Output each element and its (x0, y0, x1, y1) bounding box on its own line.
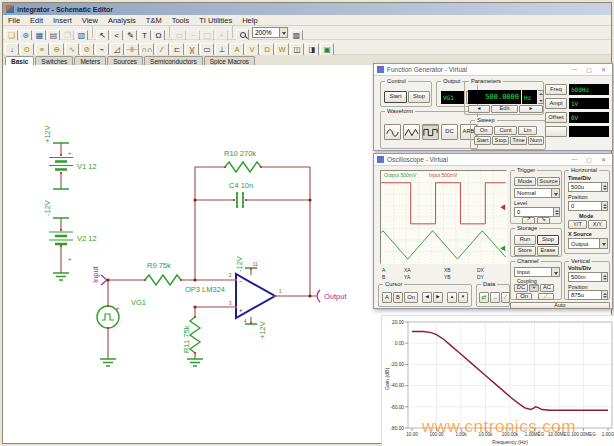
y-axis-label: Gain (dB) (384, 368, 390, 390)
tab-sources[interactable]: Sources (107, 56, 143, 65)
tab-basic[interactable]: Basic (5, 56, 34, 65)
cursor-on-button[interactable]: On (404, 292, 418, 303)
channel-select[interactable]: Input (514, 267, 560, 277)
fg-start-button[interactable]: Start (384, 91, 407, 103)
coupling-ac-button[interactable]: AC (540, 284, 554, 292)
svg-text:+: + (116, 305, 120, 311)
tab-meters[interactable]: Meters (74, 56, 106, 65)
storage-store-button[interactable]: Store (514, 246, 536, 256)
chevron-down-icon[interactable] (279, 28, 287, 37)
v-position-input[interactable]: 875u (568, 290, 608, 300)
spinner-arrows-icon[interactable] (538, 91, 543, 103)
trigger-falling-edge-button[interactable]: ↘ (537, 217, 550, 225)
trigger-level-label: Level (514, 200, 527, 206)
data-export-curves-button[interactable]: ⇄ (479, 292, 489, 303)
function-generator-body: Control Start Stop Output VG1 Waveform D… (374, 76, 612, 150)
minimize-icon[interactable]: — (571, 156, 577, 163)
sine-wave-button[interactable] (384, 124, 401, 140)
storage-run-button[interactable]: Run (514, 235, 536, 245)
fg-sweep-num-button[interactable]: Num (528, 136, 544, 145)
svg-text:1: 1 (279, 289, 282, 294)
svg-text:11: 11 (253, 262, 258, 267)
channel-value: Input (517, 269, 530, 275)
tab-semiconductors[interactable]: Semiconductors (144, 56, 203, 65)
component-symbols (49, 143, 261, 366)
data-export-plot-button[interactable]: ∕ (501, 292, 510, 303)
fg-ampl-button[interactable]: Ampl (545, 98, 567, 109)
cursor-b-button[interactable]: B (393, 292, 403, 303)
v1-label: V1 12 (77, 162, 97, 171)
fg-sweep-cont-button[interactable]: Cont (494, 126, 517, 135)
h-position-label: Position (568, 194, 588, 200)
toolbar-separator (167, 26, 170, 38)
trigger-rising-edge-button[interactable]: ↗ (522, 217, 535, 225)
fg-stop-button[interactable]: Stop (408, 91, 430, 103)
cursor-left-button[interactable]: ◀ (422, 292, 432, 303)
scope-trigger-group: Trigger Mode Source Normal Level 0 ↗ ↘ (510, 170, 562, 224)
x-axis-label: Frequency (Hz) (492, 439, 528, 445)
chevron-down-icon[interactable] (599, 239, 607, 248)
storage-stop-button[interactable]: Stop (537, 235, 559, 245)
spinner-arrows-icon[interactable] (601, 273, 607, 281)
fg-prev-digit-button[interactable]: ◂ (468, 105, 490, 113)
fg-sweep-time-button[interactable]: Time (510, 136, 527, 145)
fg-frequency-spinner[interactable] (538, 90, 544, 104)
storage-erase-button[interactable]: Erase (537, 246, 559, 256)
trigger-mode-select[interactable]: Normal (514, 188, 560, 198)
spinner-arrows-icon[interactable] (553, 208, 559, 216)
voltsdiv-input[interactable]: 500m (568, 272, 608, 282)
close-icon[interactable]: ✕ (601, 156, 606, 163)
fg-next-digit-button[interactable]: ▸ (519, 105, 543, 113)
trigger-level-input[interactable]: 0 (514, 207, 560, 217)
terminal-mark (235, 306, 237, 308)
svg-text:10.00: 10.00 (406, 432, 418, 437)
scope-auto-button[interactable]: Auto (510, 302, 610, 309)
cursor-down-button[interactable]: ▼ (458, 292, 468, 303)
spinner-arrows-icon[interactable] (601, 291, 607, 299)
minimize-icon[interactable]: — (571, 66, 577, 73)
zoom-level-select[interactable]: 200% (252, 27, 288, 38)
fg-blank-button[interactable] (545, 126, 567, 137)
cursor-up-button[interactable]: ▲ (447, 292, 457, 303)
spinner-arrows-icon[interactable] (601, 183, 607, 191)
readout-xb: XB (444, 267, 451, 273)
channel-slope-button[interactable]: ⟋ (538, 293, 554, 300)
svg-text:2: 2 (229, 273, 232, 278)
function-generator-titlebar[interactable]: Function Generator - Virtual — ▢ ✕ (374, 64, 612, 76)
cursor-a-button[interactable]: A (382, 292, 392, 303)
mode-xy-button[interactable]: X/Y (588, 220, 607, 229)
fg-sweep-start-button[interactable]: Start (474, 136, 491, 145)
coupling-zero-button[interactable]: + (529, 284, 539, 292)
triangle-wave-button[interactable] (403, 124, 420, 140)
tab-switches[interactable]: Switches (35, 56, 73, 65)
fg-offset-button[interactable]: Offset (545, 112, 567, 123)
dc-button[interactable]: DC (441, 124, 458, 140)
coupling-dc-button[interactable]: DC (514, 284, 528, 292)
tab-spice-macros[interactable]: Spice Macros (204, 56, 255, 65)
trigger-source-button[interactable]: Source (537, 177, 560, 186)
h-position-input[interactable]: 0 (568, 201, 608, 211)
trigger-mode-button[interactable]: Mode (514, 177, 536, 186)
close-icon[interactable]: ✕ (601, 66, 606, 73)
spinner-arrows-icon[interactable] (601, 202, 607, 210)
fg-sweep-stop-button[interactable]: Stop (492, 136, 509, 145)
maximize-icon[interactable]: ▢ (586, 156, 592, 163)
fg-sweep-on-button[interactable]: On (474, 126, 493, 135)
data-export-table-button[interactable]: → (490, 292, 500, 303)
r10-label: R10 270k (224, 149, 256, 158)
maximize-icon[interactable]: ▢ (586, 66, 592, 73)
fg-sweep-lin-button[interactable]: Lin (518, 126, 537, 135)
xsource-select[interactable]: Output (568, 238, 608, 249)
cursor-right-button[interactable]: ▶ (433, 292, 443, 303)
chevron-down-icon[interactable] (551, 268, 559, 276)
fg-freq-button[interactable]: Freq (545, 84, 567, 95)
mode-yt-button[interactable]: Y/T (568, 220, 587, 229)
v1-rail-label: +12V (43, 125, 52, 143)
channel-on-button[interactable]: On (516, 293, 532, 300)
chevron-down-icon[interactable] (551, 189, 559, 197)
fg-edit-button[interactable]: Edit (491, 105, 518, 113)
timediv-input[interactable]: 500u (568, 182, 608, 192)
fg-sweep-label: Sweep (475, 117, 497, 124)
oscilloscope-titlebar[interactable]: Oscilloscope - Virtual — ▢ ✕ (374, 154, 612, 166)
square-wave-button[interactable] (422, 124, 439, 140)
